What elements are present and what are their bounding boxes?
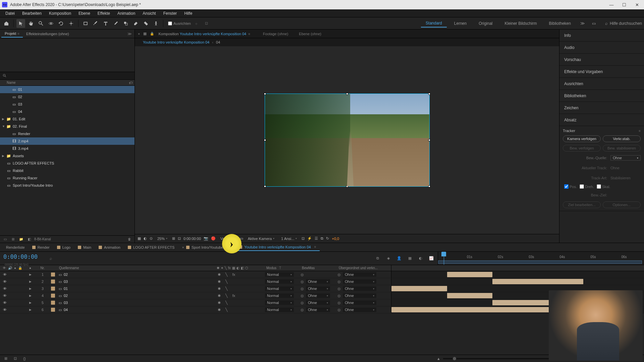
workspace-bibliotheken[interactable]: Bibliotheken <box>544 20 576 27</box>
timeline-tab[interactable]: Logo <box>54 244 74 251</box>
stabilize-motion-button[interactable]: Bew. stabilisieren <box>603 145 641 152</box>
grid-icon[interactable]: ⊞ <box>172 236 175 241</box>
check-position[interactable]: Pos. <box>564 184 577 189</box>
layer-color-swatch[interactable] <box>51 280 55 284</box>
fast-preview-icon[interactable]: ⚡ <box>307 236 312 241</box>
col-motionblur-icon[interactable]: ◐ <box>236 266 239 270</box>
panel-info[interactable]: Info <box>559 29 644 42</box>
comp-mini-flowchart-icon[interactable]: ⧉ <box>375 255 381 261</box>
channel-icon[interactable]: 🔴 <box>211 236 216 241</box>
tab-menu-icon[interactable]: ≡ <box>314 245 316 249</box>
blend-mode-dropdown[interactable]: Normal <box>265 293 294 298</box>
timeline-search-icon[interactable]: ⌕ <box>50 256 52 261</box>
layer-bar[interactable] <box>391 286 447 291</box>
parent-dropdown[interactable]: Ohne <box>343 286 376 291</box>
quality-switch[interactable]: ╲ <box>224 301 229 305</box>
shy-switch[interactable]: ✱ <box>217 301 221 305</box>
visibility-toggle[interactable]: 👁 <box>3 287 7 291</box>
comp-frame[interactable] <box>265 94 429 186</box>
panel-align[interactable]: Ausrichten <box>559 78 644 90</box>
col-frameblend-icon[interactable]: ▦ <box>232 266 235 270</box>
parent-pickwhip-icon[interactable]: ◎ <box>337 301 341 305</box>
blend-mode-dropdown[interactable]: Normal <box>265 286 294 291</box>
comp-close-icon[interactable]: × <box>137 32 141 36</box>
fx-switch[interactable]: fx <box>231 273 236 277</box>
visibility-toggle[interactable]: 👁 <box>3 308 7 312</box>
parent-dropdown[interactable]: Ohne <box>343 293 376 298</box>
col-adjustment-icon[interactable]: ◧ <box>241 266 244 270</box>
trkmat-pickwhip-icon[interactable]: ◎ <box>301 287 304 291</box>
tab-close-icon[interactable]: × <box>182 245 184 249</box>
zoom-tool[interactable] <box>37 19 45 28</box>
snap-extended-icon[interactable]: ⊡ <box>202 19 211 28</box>
col-mode[interactable]: Modus <box>266 266 276 270</box>
warp-stabilize-button[interactable]: Verkr.stab. <box>603 135 641 142</box>
layer-row[interactable]: 👁 ▶ 4 ▭02 ✱ ╲ fx Normal ◎Ohne ◎Ohne <box>0 292 644 299</box>
home-tool[interactable] <box>2 19 11 28</box>
col-label-icon[interactable]: 🏷 <box>129 81 132 85</box>
comp-flowchart-icon[interactable]: ▦ <box>142 32 148 36</box>
puppet-tool[interactable] <box>152 19 160 28</box>
shy-switch[interactable]: ✱ <box>217 294 221 298</box>
timeline-tab[interactable]: Render <box>29 244 53 251</box>
col-shy-switch-icon[interactable]: ✱ <box>217 266 219 270</box>
col-3d-icon[interactable]: ⬡ <box>245 266 248 270</box>
exposure-value[interactable]: +0,0 <box>332 237 339 241</box>
eraser-tool[interactable] <box>131 19 140 28</box>
text-tool[interactable] <box>101 19 110 28</box>
project-item[interactable]: ▭Render <box>0 130 135 137</box>
menu-hilfe[interactable]: Hilfe <box>181 10 196 17</box>
shy-switch[interactable]: ✱ <box>217 280 221 284</box>
quality-switch[interactable]: ╲ <box>224 280 229 284</box>
layer-color-swatch[interactable] <box>51 301 55 305</box>
frame-blend-icon[interactable]: ▦ <box>407 255 413 261</box>
trkmat-dropdown[interactable]: Ohne <box>306 300 330 305</box>
visibility-toggle[interactable]: 👁 <box>3 301 7 305</box>
new-adjustment-icon[interactable]: ◧ <box>26 237 32 242</box>
workspace-lernen[interactable]: Lernen <box>449 20 471 27</box>
edit-target-button[interactable]: Ziel bearbeiten... <box>563 201 601 208</box>
delete-icon[interactable]: 🗑 <box>126 237 132 242</box>
timeline-tab[interactable]: Youtube Intro verknüpfte Komposition 04≡ <box>235 244 319 251</box>
motion-source-dropdown[interactable]: Ohne <box>610 155 641 161</box>
layer-twisty-icon[interactable]: ▶ <box>29 294 32 297</box>
snapping-checkbox[interactable]: Ausrichten <box>168 21 191 25</box>
menu-ansicht[interactable]: Ansicht <box>139 10 159 17</box>
guides-icon[interactable]: ⊙ <box>150 236 153 241</box>
project-search[interactable] <box>0 72 135 80</box>
snapshot-icon[interactable]: 📷 <box>204 236 208 241</box>
visibility-toggle[interactable]: 👁 <box>3 273 7 277</box>
twisty-icon[interactable]: ▼ <box>2 125 6 128</box>
check-scale[interactable]: Skal. <box>597 184 610 189</box>
project-depth-label[interactable]: 8-Bit-Kanal <box>34 237 51 241</box>
workspace-standard[interactable]: Standard <box>421 19 447 27</box>
crumb-parent[interactable]: Youtube Intro verknüpfte Komposition 04 <box>143 40 209 44</box>
crumb-current[interactable]: 04 <box>216 40 220 44</box>
project-item[interactable]: ▭04 <box>0 108 135 115</box>
interpret-footage-icon[interactable]: ▭ <box>2 237 8 242</box>
comp-mini-flow-icon[interactable]: ⧉ <box>321 236 323 241</box>
comp-tab[interactable]: Komposition Youtube Intro verknüpfte Kom… <box>156 31 252 37</box>
tab-effect-controls[interactable]: Effekteinstellungen (ohne) <box>23 31 72 37</box>
twisty-icon[interactable]: ▶ <box>2 154 6 158</box>
pen-tool[interactable] <box>91 19 100 28</box>
views-dropdown[interactable]: 1 Ansi... <box>279 236 299 241</box>
parent-pickwhip-icon[interactable]: ◎ <box>337 287 341 291</box>
project-item[interactable]: ▶📁01. Edit <box>0 115 135 123</box>
shy-switch[interactable]: ✱ <box>217 308 221 312</box>
panel-character[interactable]: Zeichen <box>559 102 644 114</box>
twisty-icon[interactable]: ▶ <box>2 117 6 121</box>
zoom-dropdown[interactable]: 25% <box>155 236 169 241</box>
menu-effekte[interactable]: Effekte <box>94 10 113 17</box>
workspace-overflow-icon[interactable]: ≫ <box>580 21 585 26</box>
parent-dropdown[interactable]: Ohne <box>343 279 376 284</box>
project-item[interactable]: 🎞2.mp4 <box>0 137 135 145</box>
rectangle-tool[interactable] <box>81 19 90 28</box>
visibility-toggle[interactable]: 👁 <box>3 280 7 284</box>
trkmat-dropdown[interactable]: Ohne <box>306 279 330 284</box>
snap-options-icon[interactable]: ⟐ <box>192 19 201 28</box>
panel-preview[interactable]: Vorschau <box>559 54 644 66</box>
layer-twisty-icon[interactable]: ▶ <box>29 273 32 276</box>
menu-komposition[interactable]: Komposition <box>46 10 74 17</box>
layer-row[interactable]: 👁 ▶ 5 ▭03 ✱ ╲ Normal ◎Ohne ◎Ohne <box>0 299 644 306</box>
